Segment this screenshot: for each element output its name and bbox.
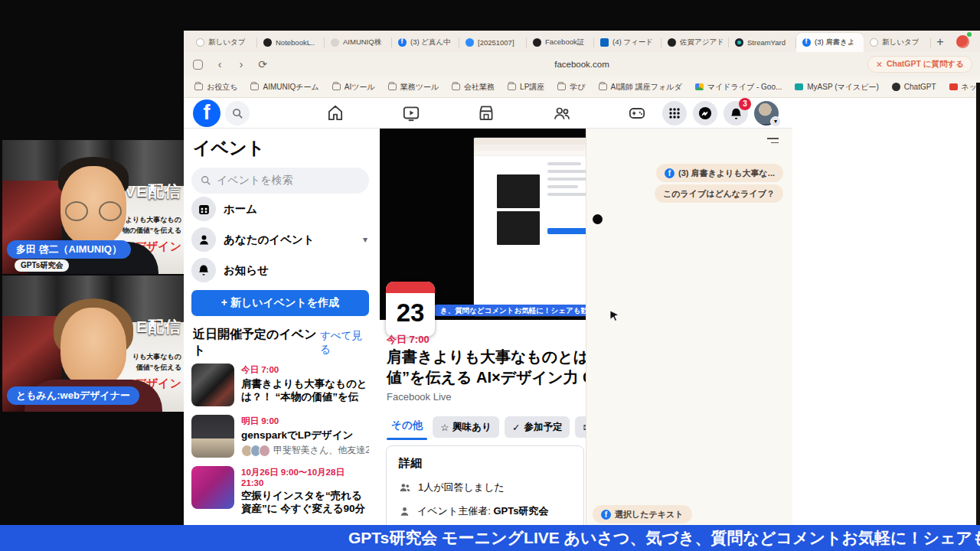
head (60, 308, 126, 387)
chatgpt-icon (892, 83, 900, 91)
bookmark-folder[interactable]: AIMUNIQチーム (250, 82, 318, 93)
browser-tab[interactable]: (3) ど真ん中 (392, 33, 459, 52)
facebook-favicon (802, 38, 811, 47)
glasses (64, 201, 123, 221)
events-search-input[interactable]: イベントを検索 (191, 168, 369, 194)
bell-icon (191, 258, 216, 282)
event-platform: Facebook Live (387, 391, 452, 403)
google-drive-icon (695, 83, 704, 90)
address-bar[interactable]: facebook.com (554, 60, 609, 69)
browser-toolbar: ‹ › ⟳ facebook.com ✕ChatGPT に質問する (184, 52, 980, 77)
sidebar-item-notifications[interactable]: お知らせ (191, 255, 369, 285)
ticker-banner: GPTs研究会 モーニングLIVE あいさつ、気づき、質問などコメントお気軽に！… (0, 525, 980, 551)
event-card[interactable]: 明日 9:00 gensparkでLPデザイン 甲斐智美さん、他友達2人 (191, 415, 369, 458)
search-button[interactable] (225, 101, 250, 126)
event-date-badge: 23 (386, 282, 435, 337)
home-icon[interactable] (325, 103, 345, 123)
browser-tab[interactable]: Facebook証 (527, 33, 594, 52)
facebook-nav (325, 98, 647, 129)
bookmark-chatgpt[interactable]: ChatGPT (892, 83, 936, 91)
facebook-icon: f (665, 168, 675, 178)
event-thumbnail (191, 466, 234, 509)
bookmark-folder[interactable]: 会社業務 (452, 82, 495, 93)
chevron-down-icon: ▾ (363, 234, 368, 245)
browser-tab[interactable]: AIMUNIQ株 (325, 33, 392, 52)
interested-button[interactable]: ☆興味あり (433, 416, 499, 438)
browser-tab[interactable]: StreamYard (729, 33, 796, 52)
webcam-tile-guest: E配信 りも大事なもの 価値”を伝える ×デザイン ともみん:webデザイナー (2, 276, 185, 412)
forward-icon[interactable]: › (234, 57, 249, 72)
sidebar-item-your-events[interactable]: あなたのイベント ▾ (191, 224, 369, 255)
panel-menu-icon[interactable] (767, 138, 779, 146)
myasp-icon (795, 83, 803, 90)
new-tab-button[interactable]: + (931, 34, 949, 52)
watch-icon[interactable] (401, 103, 421, 123)
browser-tab-strip: 新しいタブ NotebookL.. AIMUNIQ株 (3) ど真ん中 [202… (184, 31, 980, 52)
speaker-name-badge: ともみん:webデザイナー (7, 386, 139, 405)
chatgpt-atlas-icon: ✕ (876, 60, 883, 69)
facebook-logo[interactable]: f (193, 99, 220, 127)
back-icon[interactable]: ‹ (212, 57, 227, 72)
bookmark-folder[interactable]: 業務ツール (388, 82, 439, 93)
attendees-row: 甲斐智美さん、他友達2人 (241, 444, 369, 457)
selected-text-chip[interactable]: f 選択したテキスト (593, 505, 692, 523)
notebooklm-favicon (263, 38, 272, 47)
messenger-button[interactable] (693, 101, 717, 126)
apps-menu-button[interactable] (662, 101, 687, 126)
grid-icon (668, 107, 681, 119)
browser-tab[interactable]: NotebookL.. (257, 33, 325, 52)
facebook-header: f (184, 98, 792, 129)
speaker-subtitle-badge: GPTs研究会 (15, 259, 69, 272)
going-button[interactable]: ✓参加予定 (505, 416, 570, 438)
site-favicon (668, 38, 676, 47)
browser-tab[interactable]: [20251007] (459, 33, 527, 52)
bookmark-folder[interactable]: AI講師 講座フォルダ (599, 82, 682, 93)
notification-badge: 3 (739, 98, 751, 110)
host-row: イベント主催者: GPTs研究会 (399, 504, 571, 518)
browser-tab[interactable]: 佐賀アジアド (662, 33, 729, 52)
event-card[interactable]: 今日 7:00 肩書きよりも大事なものとは？！ “本物の価値”を伝える AI×デ… (191, 364, 369, 406)
sidebar-toggle-icon[interactable] (193, 60, 203, 70)
mouse-cursor (609, 311, 619, 323)
status-dot (967, 32, 972, 37)
people-icon (399, 482, 411, 493)
user-question-chip[interactable]: このライブはどんなライブ？ (655, 184, 783, 203)
streamyard-favicon (735, 38, 743, 47)
browser-tab-active[interactable]: (3) 肩書きよ (796, 33, 864, 52)
bookmark-folder[interactable]: LP講座 (508, 82, 544, 93)
webcam-tile-host: VE配信 きよりも大事なもの 物の価値”を伝える AI×デザイン 多田 啓二（A… (2, 140, 185, 274)
bookmark-folder[interactable]: AIツール (332, 82, 375, 93)
browser-tab[interactable]: (4) フィード (594, 33, 662, 52)
bookmarks-bar: お役立ち AIMUNIQチーム AIツール 業務ツール 会社業務 LP講座 学び… (184, 77, 980, 98)
gaming-icon[interactable] (627, 103, 647, 123)
see-all-link[interactable]: すべて見る (320, 329, 369, 357)
bookmark-folder[interactable]: お役立ち (194, 82, 237, 93)
ask-chatgpt-button[interactable]: ✕ChatGPT に質問する (867, 56, 972, 73)
sidebar-item-home[interactable]: ホーム (191, 194, 369, 224)
context-chip-tab[interactable]: f (3) 肩書きよりも大事な... (656, 164, 783, 182)
reload-icon[interactable]: ⟳ (255, 57, 270, 72)
bookmark-site[interactable]: ネットでサービス (949, 82, 980, 93)
folder-icon (508, 83, 516, 90)
browser-profile-avatar[interactable] (956, 35, 969, 48)
event-actions-row: その他 ☆興味あり ✓参加予定 ✉招待 ✎GPTs研究会として編集 ··· (387, 414, 583, 440)
search-icon (201, 175, 211, 186)
poster-text: 物の価値”を伝える (122, 226, 181, 236)
groups-icon[interactable] (552, 103, 572, 123)
browser-tab[interactable]: 新しいタブ (190, 33, 257, 52)
bookmark-folder[interactable]: 学び (557, 82, 585, 93)
browser-tab[interactable]: 新しいタブ (864, 33, 931, 52)
create-event-button[interactable]: + 新しいイベントを作成 (191, 290, 369, 316)
bookmark-drive[interactable]: マイドライブ - Goo... (695, 82, 782, 93)
tab-other-active[interactable]: その他 (387, 414, 427, 440)
notifications-button[interactable]: 3 (724, 101, 748, 126)
poster-text: りも大事なもの (132, 352, 181, 362)
marketplace-icon[interactable] (476, 103, 496, 123)
stream-canvas: VE配信 きよりも大事なもの 物の価値”を伝える AI×デザイン 多田 啓二（A… (0, 0, 980, 551)
folder-icon (332, 83, 341, 90)
profile-avatar[interactable] (754, 101, 779, 126)
bookmark-myasp[interactable]: MyASP (マイスピー) (795, 82, 879, 93)
details-heading: 詳細 (399, 456, 571, 471)
event-card[interactable]: 10月26日 9:00〜10月28日 21:30 空振りインスタを“売れる資産”… (191, 466, 369, 515)
event-time: 今日 7:00 (387, 333, 430, 347)
